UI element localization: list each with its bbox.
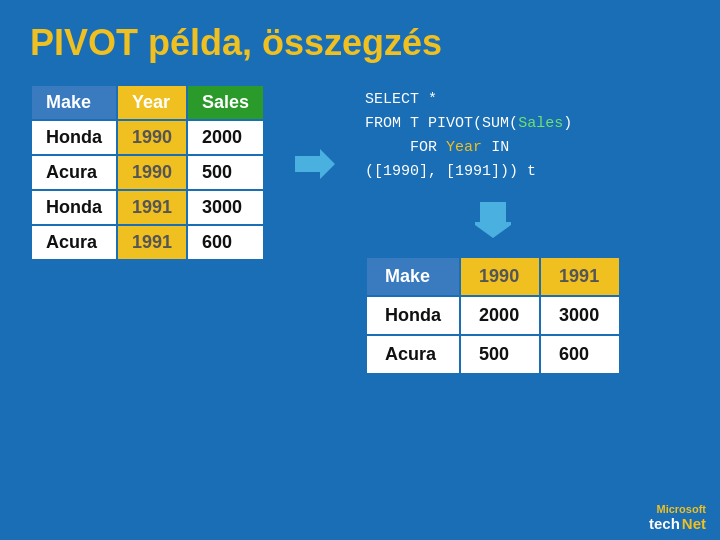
table-cell: 600 bbox=[540, 335, 620, 374]
code-line2-prefix: FROM T PIVOT(SUM( bbox=[365, 115, 518, 132]
logo-microsoft: Microsoft bbox=[657, 503, 707, 515]
logo-tech: tech bbox=[649, 515, 680, 532]
table-cell: Honda bbox=[366, 296, 460, 335]
table-cell: 2000 bbox=[460, 296, 540, 335]
code-block: SELECT * FROM T PIVOT(SUM(Sales) FOR Yea… bbox=[365, 84, 621, 188]
code-line3-prefix: FOR bbox=[365, 139, 446, 156]
code-line2-suffix: ) bbox=[563, 115, 572, 132]
pivot-result-table: Make 1990 1991 Honda20003000Acura500600 bbox=[365, 256, 621, 375]
code-sales-kw: Sales bbox=[518, 115, 563, 132]
right-col-make: Make bbox=[366, 257, 460, 296]
table-cell: 500 bbox=[460, 335, 540, 374]
table-cell: Acura bbox=[366, 335, 460, 374]
table-cell: 2000 bbox=[187, 120, 264, 155]
col-header-year: Year bbox=[117, 85, 187, 120]
col-header-sales: Sales bbox=[187, 85, 264, 120]
right-col-1990: 1990 bbox=[460, 257, 540, 296]
logo: Microsoft techNet bbox=[649, 503, 706, 532]
table-cell: 1990 bbox=[117, 155, 187, 190]
table-cell: 3000 bbox=[540, 296, 620, 335]
table-cell: 3000 bbox=[187, 190, 264, 225]
code-line3-suffix: IN bbox=[482, 139, 509, 156]
page-title: PIVOT példa, összegzés bbox=[0, 0, 720, 74]
code-line4: ([1990], [1991])) t bbox=[365, 163, 536, 180]
right-section: SELECT * FROM T PIVOT(SUM(Sales) FOR Yea… bbox=[365, 84, 621, 375]
table-cell: 1991 bbox=[117, 190, 187, 225]
table-cell: Acura bbox=[31, 225, 117, 260]
code-line1: SELECT * bbox=[365, 91, 437, 108]
table-cell: Acura bbox=[31, 155, 117, 190]
svg-marker-1 bbox=[475, 202, 511, 238]
right-col-1991: 1991 bbox=[540, 257, 620, 296]
table-cell: 600 bbox=[187, 225, 264, 260]
arrow-right-icon bbox=[295, 144, 335, 184]
source-table: Make Year Sales Honda19902000Acura199050… bbox=[30, 84, 265, 261]
logo-net: Net bbox=[682, 515, 706, 532]
table-cell: Honda bbox=[31, 190, 117, 225]
arrow-down-icon bbox=[365, 202, 621, 238]
col-header-make: Make bbox=[31, 85, 117, 120]
code-year-kw: Year bbox=[446, 139, 482, 156]
table-cell: Honda bbox=[31, 120, 117, 155]
table-cell: 500 bbox=[187, 155, 264, 190]
left-table-section: Make Year Sales Honda19902000Acura199050… bbox=[30, 84, 265, 261]
svg-marker-0 bbox=[295, 149, 335, 179]
table-cell: 1990 bbox=[117, 120, 187, 155]
table-cell: 1991 bbox=[117, 225, 187, 260]
